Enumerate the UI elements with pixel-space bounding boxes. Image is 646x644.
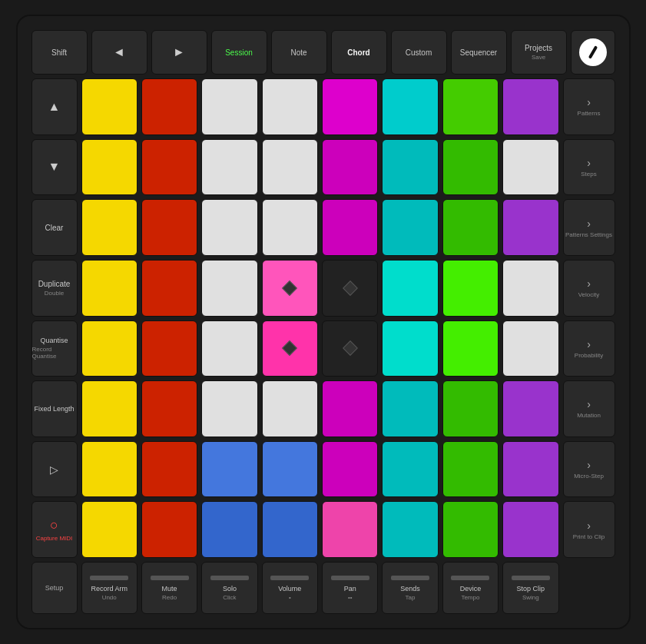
pad-6-2[interactable] bbox=[201, 441, 257, 498]
pad-1-0[interactable] bbox=[81, 139, 137, 196]
pad-0-2[interactable] bbox=[201, 78, 257, 135]
pad-3-2[interactable] bbox=[201, 260, 257, 317]
pad-7-3[interactable] bbox=[262, 501, 318, 558]
pad-2-5[interactable] bbox=[382, 199, 438, 256]
session-button[interactable]: Session bbox=[211, 30, 267, 75]
pad-5-7[interactable] bbox=[502, 380, 558, 437]
pad-2-0[interactable] bbox=[81, 199, 137, 256]
patterns-button[interactable]: › Patterns bbox=[563, 78, 615, 135]
pad-5-4[interactable] bbox=[322, 380, 378, 437]
probability-button[interactable]: › Probability bbox=[563, 320, 615, 377]
pad-2-1[interactable] bbox=[141, 199, 197, 256]
up-arrow-button[interactable]: ▲ bbox=[31, 78, 78, 135]
bottom-btn-device[interactable]: DeviceTempo bbox=[442, 562, 499, 614]
logo-button[interactable] bbox=[571, 30, 615, 75]
clear-button[interactable]: Clear bbox=[31, 199, 78, 256]
pad-5-6[interactable] bbox=[442, 380, 499, 437]
pad-1-2[interactable] bbox=[201, 139, 257, 196]
pad-1-7[interactable] bbox=[502, 139, 558, 196]
bottom-btn-stop-clip[interactable]: Stop ClipSwing bbox=[502, 562, 558, 614]
pad-6-1[interactable] bbox=[141, 441, 197, 498]
pad-6-3[interactable] bbox=[262, 441, 318, 498]
pad-3-1[interactable] bbox=[141, 260, 197, 317]
pad-4-3[interactable] bbox=[262, 320, 318, 377]
play-button[interactable]: ▷ bbox=[31, 441, 78, 498]
left-arrow-button[interactable]: ◄ bbox=[91, 30, 147, 75]
pad-7-5[interactable] bbox=[382, 501, 438, 558]
pad-3-4[interactable] bbox=[322, 260, 378, 317]
pad-0-1[interactable] bbox=[141, 78, 197, 135]
pad-4-7[interactable] bbox=[502, 320, 558, 377]
bottom-sublabel-pan: •• bbox=[348, 594, 353, 601]
pad-3-7[interactable] bbox=[502, 260, 558, 317]
pad-4-0[interactable] bbox=[81, 320, 137, 377]
setup-button[interactable]: Setup bbox=[31, 562, 78, 614]
pad-2-3[interactable] bbox=[262, 199, 318, 256]
pad-3-5[interactable] bbox=[382, 260, 438, 317]
pad-3-0[interactable] bbox=[81, 260, 137, 317]
pad-6-7[interactable] bbox=[502, 441, 558, 498]
bottom-btn-pan[interactable]: Pan•• bbox=[322, 562, 378, 614]
pad-7-7[interactable] bbox=[502, 501, 558, 558]
pad-0-3[interactable] bbox=[262, 78, 318, 135]
pad-2-4[interactable] bbox=[322, 199, 378, 256]
fixed-length-button[interactable]: Fixed Length bbox=[31, 380, 78, 437]
patterns-settings-button[interactable]: › Patterns Settings bbox=[563, 199, 615, 256]
pad-0-0[interactable] bbox=[81, 78, 137, 135]
bottom-btn-volume[interactable]: Volume• bbox=[262, 562, 318, 614]
bottom-btn-record-arm[interactable]: Record ArmUndo bbox=[81, 562, 137, 614]
pad-3-3[interactable] bbox=[262, 260, 318, 317]
micro-step-button[interactable]: › Micro-Step bbox=[563, 441, 615, 498]
bottom-btn-mute[interactable]: MuteRedo bbox=[141, 562, 197, 614]
shift-button[interactable]: Shift bbox=[31, 30, 88, 75]
pad-7-4[interactable] bbox=[322, 501, 378, 558]
pad-5-5[interactable] bbox=[382, 380, 438, 437]
velocity-button[interactable]: › Velocity bbox=[563, 260, 615, 317]
pad-1-4[interactable] bbox=[322, 139, 378, 196]
pad-0-5[interactable] bbox=[382, 78, 438, 135]
pad-0-7[interactable] bbox=[502, 78, 558, 135]
pad-2-6[interactable] bbox=[442, 199, 499, 256]
pad-4-5[interactable] bbox=[382, 320, 438, 377]
bottom-btn-solo[interactable]: SoloClick bbox=[201, 562, 257, 614]
pad-4-1[interactable] bbox=[141, 320, 197, 377]
pad-7-0[interactable] bbox=[81, 501, 137, 558]
pad-3-6[interactable] bbox=[442, 260, 499, 317]
projects-button[interactable]: Projects Save bbox=[511, 30, 567, 75]
record-button[interactable]: ○ Capture MIDI bbox=[31, 501, 78, 558]
pad-6-6[interactable] bbox=[442, 441, 499, 498]
pad-7-1[interactable] bbox=[141, 501, 197, 558]
duplicate-button[interactable]: Duplicate Double bbox=[31, 260, 78, 317]
pad-4-6[interactable] bbox=[442, 320, 499, 377]
pad-5-2[interactable] bbox=[201, 380, 257, 437]
right-arrow-button[interactable]: ► bbox=[151, 30, 207, 75]
pad-7-6[interactable] bbox=[442, 501, 499, 558]
pad-2-2[interactable] bbox=[201, 199, 257, 256]
bottom-btn-sends[interactable]: SendsTap bbox=[382, 562, 438, 614]
pad-4-4[interactable] bbox=[322, 320, 378, 377]
chord-button[interactable]: Chord bbox=[331, 30, 387, 75]
quantise-button[interactable]: Quantise Record Quantise bbox=[31, 320, 78, 377]
mutation-button[interactable]: › Mutation bbox=[563, 380, 615, 437]
pad-7-2[interactable] bbox=[201, 501, 257, 558]
sequencer-button[interactable]: Sequencer bbox=[451, 30, 507, 75]
pad-5-3[interactable] bbox=[262, 380, 318, 437]
pad-4-2[interactable] bbox=[201, 320, 257, 377]
custom-button[interactable]: Custom bbox=[391, 30, 447, 75]
pad-1-3[interactable] bbox=[262, 139, 318, 196]
pad-0-4[interactable] bbox=[322, 78, 378, 135]
pad-5-1[interactable] bbox=[141, 380, 197, 437]
steps-button[interactable]: › Steps bbox=[563, 139, 615, 196]
pad-1-6[interactable] bbox=[442, 139, 499, 196]
down-arrow-button[interactable]: ▼ bbox=[31, 139, 78, 196]
pad-6-0[interactable] bbox=[81, 441, 137, 498]
pad-5-0[interactable] bbox=[81, 380, 137, 437]
note-button[interactable]: Note bbox=[271, 30, 327, 75]
pad-6-4[interactable] bbox=[322, 441, 378, 498]
print-to-clip-button[interactable]: › Print to Clip bbox=[563, 501, 615, 558]
pad-2-7[interactable] bbox=[502, 199, 558, 256]
pad-1-5[interactable] bbox=[382, 139, 438, 196]
pad-1-1[interactable] bbox=[141, 139, 197, 196]
pad-0-6[interactable] bbox=[442, 78, 499, 135]
pad-6-5[interactable] bbox=[382, 441, 438, 498]
